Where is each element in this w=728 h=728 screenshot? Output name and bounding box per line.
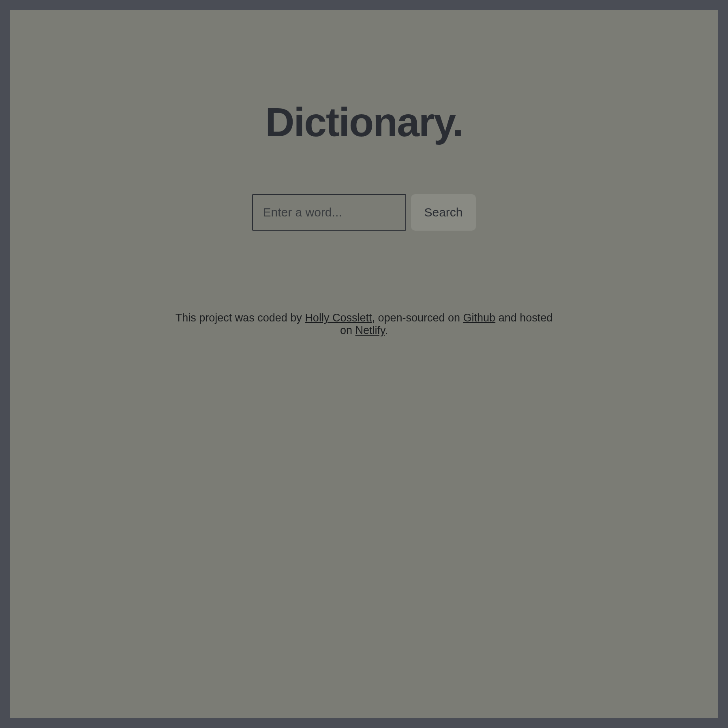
footer-text: This project was coded by Holly Cosslett… [169,312,559,337]
page-container: Dictionary. Search This project was code… [10,10,718,718]
author-link[interactable]: Holly Cosslett [305,312,372,324]
search-input[interactable] [252,194,406,231]
footer-middle1: , open-sourced on [372,312,463,324]
github-link[interactable]: Github [463,312,496,324]
content-wrapper: Dictionary. Search This project was code… [169,99,559,337]
footer-suffix: . [385,324,388,336]
page-title: Dictionary. [169,99,559,146]
search-button[interactable]: Search [411,194,475,231]
netlify-link[interactable]: Netlify [355,324,385,336]
search-form: Search [169,194,559,231]
footer-prefix: This project was coded by [176,312,305,324]
